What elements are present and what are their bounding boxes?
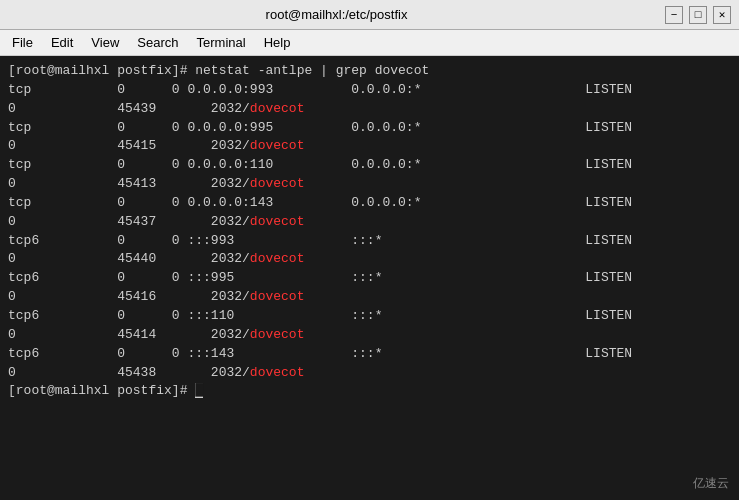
menu-file[interactable]: File <box>4 33 41 52</box>
terminal-line-tcp6-1: tcp6 0 0 :::993 :::* LISTEN <box>8 232 731 251</box>
terminal-line-tcp1: tcp 0 0 0.0.0.0:993 0.0.0.0:* LISTEN <box>8 81 731 100</box>
menu-terminal[interactable]: Terminal <box>189 33 254 52</box>
menu-edit[interactable]: Edit <box>43 33 81 52</box>
terminal-line-cont8: 0 45438 2032/dovecot <box>8 364 731 383</box>
title-bar: root@mailhxl:/etc/postfix − □ ✕ <box>0 0 739 30</box>
terminal-line-tcp6-2: tcp6 0 0 :::995 :::* LISTEN <box>8 269 731 288</box>
terminal-line-tcp6-4: tcp6 0 0 :::143 :::* LISTEN <box>8 345 731 364</box>
terminal-line-tcp4: tcp 0 0 0.0.0.0:143 0.0.0.0:* LISTEN <box>8 194 731 213</box>
window-title: root@mailhxl:/etc/postfix <box>8 7 665 22</box>
terminal-line-cont1: 0 45439 2032/dovecot <box>8 100 731 119</box>
watermark: 亿速云 <box>693 475 729 492</box>
terminal-line-cont5: 0 45440 2032/dovecot <box>8 250 731 269</box>
terminal-prompt-end: [root@mailhxl postfix]# █ <box>8 382 731 401</box>
menu-bar: File Edit View Search Terminal Help <box>0 30 739 56</box>
menu-search[interactable]: Search <box>129 33 186 52</box>
terminal-line-tcp2: tcp 0 0 0.0.0.0:995 0.0.0.0:* LISTEN <box>8 119 731 138</box>
terminal-line-tcp3: tcp 0 0 0.0.0.0:110 0.0.0.0:* LISTEN <box>8 156 731 175</box>
window-controls: − □ ✕ <box>665 6 731 24</box>
terminal-line-cont7: 0 45414 2032/dovecot <box>8 326 731 345</box>
maximize-button[interactable]: □ <box>689 6 707 24</box>
terminal-line-cont4: 0 45437 2032/dovecot <box>8 213 731 232</box>
close-button[interactable]: ✕ <box>713 6 731 24</box>
menu-help[interactable]: Help <box>256 33 299 52</box>
terminal-area[interactable]: [root@mailhxl postfix]# netstat -antlpe … <box>0 56 739 500</box>
terminal-line-tcp6-3: tcp6 0 0 :::110 :::* LISTEN <box>8 307 731 326</box>
terminal-line-cont3: 0 45413 2032/dovecot <box>8 175 731 194</box>
terminal-line-cont2: 0 45415 2032/dovecot <box>8 137 731 156</box>
final-prompt: [root@mailhxl postfix]# █ <box>8 382 203 401</box>
terminal-line-cont6: 0 45416 2032/dovecot <box>8 288 731 307</box>
prompt-command: [root@mailhxl postfix]# netstat -antlpe … <box>8 62 429 81</box>
command-line: [root@mailhxl postfix]# netstat -antlpe … <box>8 62 731 81</box>
menu-view[interactable]: View <box>83 33 127 52</box>
minimize-button[interactable]: − <box>665 6 683 24</box>
